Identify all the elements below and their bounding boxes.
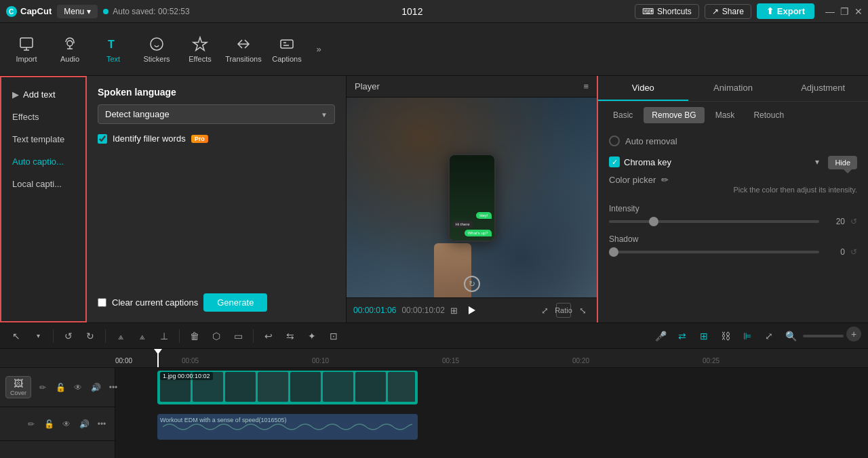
- language-value: Detect language: [105, 109, 170, 119]
- shortcuts-button[interactable]: ⌨ Shortcuts: [635, 4, 699, 19]
- language-dropdown[interactable]: Detect language: [98, 104, 335, 124]
- subtab-mask[interactable]: Mask: [707, 107, 743, 123]
- audio-track-clip[interactable]: Workout EDM with a sense of speed(101650…: [157, 414, 418, 440]
- share-button[interactable]: ↗ Share: [705, 4, 751, 19]
- timeline-tracks: 1.jpg 00:00:10:02 Workout EDM with a sen…: [115, 368, 868, 458]
- zoom-out-button[interactable]: 🔍: [781, 327, 800, 346]
- toolbar-stickers[interactable]: Stickers: [136, 26, 178, 72]
- clear-captions-checkbox[interactable]: [98, 298, 106, 307]
- subtab-remove-bg[interactable]: Remove BG: [644, 107, 704, 123]
- sidebar-item-local-captions[interactable]: Local capti...: [4, 173, 83, 194]
- audio-more-icon[interactable]: •••: [94, 417, 109, 432]
- subtab-retouch[interactable]: Retouch: [745, 107, 792, 123]
- crop-tool[interactable]: ▭: [229, 327, 248, 346]
- expand-icon[interactable]: ⤡: [575, 303, 590, 318]
- auto-removal-row: Auto removal: [609, 136, 857, 146]
- tab-adjustment[interactable]: Adjustment: [778, 76, 868, 101]
- track-edit-icon[interactable]: ✏: [35, 380, 50, 395]
- sidebar-item-text-template[interactable]: Text template: [4, 129, 83, 150]
- auto-removal-checkbox[interactable]: [609, 136, 620, 146]
- export-button[interactable]: ⬆ Export: [757, 3, 814, 19]
- undo-button[interactable]: ↺: [59, 327, 78, 346]
- subtab-basic[interactable]: Basic: [605, 107, 641, 123]
- spoken-language-section: Spoken language Detect language Identify…: [98, 87, 335, 154]
- frame-tool[interactable]: ⊡: [324, 327, 343, 346]
- audio-track-icons: ✏ 🔓 👁 🔊 •••: [24, 417, 109, 432]
- chain-button[interactable]: ⛓: [716, 327, 735, 346]
- grid-icon[interactable]: ⊞: [450, 306, 458, 316]
- video-track-clip[interactable]: 1.jpg 00:00:10:02: [157, 371, 418, 404]
- menu-button[interactable]: Menu ▾: [57, 5, 98, 18]
- link-button[interactable]: ⇄: [673, 327, 692, 346]
- minimize-button[interactable]: —: [825, 6, 835, 17]
- chroma-key-label[interactable]: Chroma key: [624, 157, 811, 167]
- refresh-icon[interactable]: ↻: [464, 276, 480, 292]
- align-button[interactable]: ⊫: [738, 327, 757, 346]
- sidebar-item-add-text[interactable]: ▶ Add text: [4, 84, 83, 105]
- intensity-reset-icon[interactable]: ↺: [850, 217, 857, 226]
- bottom-toolbar: ↖ ▾ ↺ ↻ ⟁ ⟁ ⊥ 🗑 ⬡ ▭ ↩ ⇆ ✦ ⊡ 🎤 ⇄ ⊞ ⛓ ⊫ ⤢ …: [0, 322, 868, 348]
- star-tool[interactable]: ✦: [302, 327, 321, 346]
- delete-tool[interactable]: 🗑: [185, 327, 204, 346]
- toolbar-captions[interactable]: Captions: [266, 26, 308, 72]
- shadow-slider-container: 0 ↺: [609, 247, 857, 257]
- intensity-row: Intensity 20 ↺: [609, 204, 857, 226]
- player-menu-icon[interactable]: ≡: [583, 81, 589, 91]
- close-button[interactable]: ✕: [854, 6, 863, 17]
- fullscreen-icon[interactable]: ⤢: [537, 303, 552, 318]
- toolbar-audio[interactable]: Audio: [49, 26, 91, 72]
- split-vertical[interactable]: ⊥: [155, 327, 174, 346]
- mic-button[interactable]: 🎤: [651, 327, 670, 346]
- audio-edit-icon[interactable]: ✏: [24, 417, 39, 432]
- shadow-slider[interactable]: [609, 251, 819, 253]
- flip-tool[interactable]: ⇆: [281, 327, 300, 346]
- resize-button[interactable]: ⤢: [760, 327, 778, 346]
- sidebar-item-effects[interactable]: Effects: [4, 106, 83, 127]
- track-visibility-icon[interactable]: 👁: [71, 380, 85, 395]
- pencil-icon[interactable]: ✏: [661, 175, 669, 185]
- tab-video[interactable]: Video: [598, 76, 688, 101]
- cover-button[interactable]: 🖼 Cover: [5, 376, 31, 398]
- sub-tabs: Basic Remove BG Mask Retouch: [598, 102, 868, 129]
- shield-tool[interactable]: ⬡: [207, 327, 226, 346]
- toolbar: Import Audio T Text Stickers Effects Tra…: [0, 23, 868, 76]
- time-total: 00:00:10:02: [401, 306, 444, 315]
- share-label: Share: [722, 7, 744, 16]
- maximize-button[interactable]: ❐: [840, 6, 849, 17]
- audio-visibility-icon[interactable]: 👁: [59, 417, 74, 432]
- select-dropdown[interactable]: ▾: [28, 327, 47, 346]
- toolbar-transitions[interactable]: Transitions: [222, 26, 264, 72]
- chroma-key-checkbox[interactable]: [609, 157, 620, 167]
- grid-button[interactable]: ⊞: [694, 327, 713, 346]
- tab-animation[interactable]: Animation: [688, 76, 778, 101]
- ruler-mark-0: 00:00: [115, 357, 132, 365]
- svg-point-5: [151, 38, 163, 50]
- play-button[interactable]: [463, 302, 479, 318]
- timeline-left: 🖼 Cover ✏ 🔓 👁 🔊 ••• ✏ 🔓 👁 🔊: [0, 368, 115, 458]
- toolbar-text[interactable]: T Text: [92, 26, 134, 72]
- track-lock-icon[interactable]: 🔓: [53, 380, 68, 395]
- add-track-button[interactable]: +: [846, 327, 861, 341]
- toolbar-import[interactable]: Import: [5, 26, 47, 72]
- split-tool[interactable]: ⟁: [111, 327, 130, 346]
- audio-lock-icon[interactable]: 🔓: [41, 417, 56, 432]
- track-volume-icon[interactable]: 🔊: [88, 380, 103, 395]
- shadow-reset-icon[interactable]: ↺: [850, 247, 857, 257]
- hide-tooltip: Hide: [828, 156, 857, 169]
- rotate-tool[interactable]: ↩: [259, 327, 278, 346]
- bottom-toolbar-right: 🎤 ⇄ ⊞ ⛓ ⊫ ⤢ 🔍 +: [651, 327, 861, 346]
- intensity-slider[interactable]: [609, 220, 819, 223]
- generate-button[interactable]: Generate: [203, 293, 267, 312]
- ratio-button[interactable]: Ratio: [556, 303, 571, 318]
- identify-filler-checkbox[interactable]: [98, 134, 107, 144]
- audio-volume-icon[interactable]: 🔊: [77, 417, 92, 432]
- select-tool[interactable]: ↖: [7, 327, 26, 346]
- redo-button[interactable]: ↻: [81, 327, 100, 346]
- sidebar-item-auto-captions[interactable]: Auto captio...: [4, 151, 83, 172]
- split-tool-2[interactable]: ⟁: [133, 327, 152, 346]
- toolbar-more-button[interactable]: »: [309, 40, 328, 59]
- auto-captions-label: Auto captio...: [12, 157, 64, 167]
- video-clip-label: 1.jpg: [163, 373, 176, 379]
- tooltip-container: Hide: [828, 156, 857, 173]
- toolbar-effects[interactable]: Effects: [179, 26, 221, 72]
